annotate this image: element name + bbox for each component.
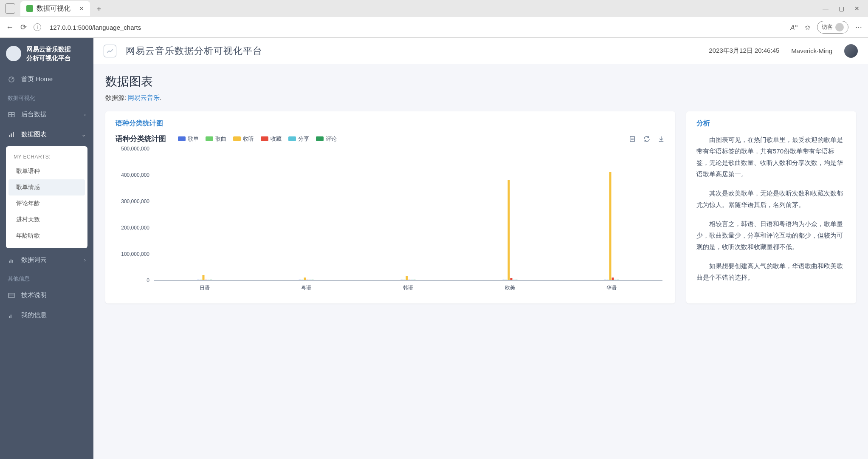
submenu-item-days[interactable]: 进村天数 xyxy=(8,212,85,228)
data-view-button[interactable] xyxy=(628,135,636,143)
datasource-link[interactable]: 网易云音乐 xyxy=(128,94,160,101)
legend-swatch xyxy=(233,136,241,141)
sidebar-section-other: 其他信息 xyxy=(0,270,93,285)
bar[interactable] xyxy=(210,280,212,280)
url-input[interactable] xyxy=(50,24,783,31)
reader-icon[interactable]: A» xyxy=(790,23,798,32)
bar[interactable] xyxy=(515,280,517,280)
bar[interactable] xyxy=(607,280,609,280)
sidebar-item-label: 数据图表 xyxy=(21,130,47,139)
bar[interactable] xyxy=(612,278,614,280)
bar[interactable] xyxy=(309,280,311,280)
window-maximize-button[interactable]: ▢ xyxy=(839,5,844,12)
bar[interactable] xyxy=(205,280,207,280)
tab-close-button[interactable]: ✕ xyxy=(79,5,84,12)
submenu-item-agelisten[interactable]: 年龄听歌 xyxy=(8,228,85,244)
bar[interactable] xyxy=(513,280,515,280)
browser-tab[interactable]: 数据可视化 ✕ xyxy=(20,1,90,16)
sidebar: 网易云音乐数据 分析可视化平台 首页 Home 数据可视化 后台数据 › 数据图… xyxy=(0,38,93,459)
window-minimize-button[interactable]: — xyxy=(823,5,829,12)
x-axis: 日语粤语韩语欧美华语 xyxy=(154,282,662,293)
sidebar-item-wordcloud[interactable]: 数据词云 › xyxy=(0,250,93,270)
sidebar-item-home[interactable]: 首页 Home xyxy=(0,69,93,89)
chart-card-title: 语种分类统计图 xyxy=(116,119,665,128)
tab-title: 数据可视化 xyxy=(37,4,70,13)
back-button[interactable]: ← xyxy=(6,23,14,32)
legend-item[interactable]: 歌曲 xyxy=(206,135,226,143)
bar[interactable] xyxy=(507,180,510,280)
bar[interactable] xyxy=(411,280,413,280)
sidebar-item-backend[interactable]: 后台数据 › xyxy=(0,105,93,125)
bar[interactable] xyxy=(299,280,301,280)
brand-line1: 网易云音乐数据 xyxy=(26,45,71,54)
bar[interactable] xyxy=(197,280,199,280)
more-button[interactable]: ⋯ xyxy=(855,23,862,31)
legend-label: 收藏 xyxy=(271,135,282,143)
sidebar-section-viz: 数据可视化 xyxy=(0,89,93,105)
svg-rect-7 xyxy=(9,261,10,263)
legend-label: 歌单 xyxy=(188,135,199,143)
x-tick: 欧美 xyxy=(505,284,515,292)
bar[interactable] xyxy=(604,280,606,280)
svg-rect-6 xyxy=(13,132,14,137)
legend-item[interactable]: 收听 xyxy=(233,135,254,143)
chart-header: 语种分类统计图 歌单歌曲收听收藏分享评论 xyxy=(116,134,665,144)
new-tab-button[interactable]: ＋ xyxy=(95,3,103,14)
bar[interactable] xyxy=(502,280,504,280)
cloud-icon xyxy=(8,256,15,264)
bar[interactable] xyxy=(302,280,304,280)
tab-overview-button[interactable] xyxy=(5,3,15,14)
bar-group xyxy=(502,180,517,280)
legend-item[interactable]: 收藏 xyxy=(261,135,282,143)
bar[interactable] xyxy=(609,172,612,280)
bar[interactable] xyxy=(409,280,411,280)
chart-title: 语种分类统计图 xyxy=(116,134,166,144)
content: 数据图表 数据源: 网易云音乐. 语种分类统计图 语种分类统计图 歌单歌曲收听收… xyxy=(93,64,868,313)
bar-group xyxy=(299,278,314,280)
sidebar-item-tech[interactable]: 技术说明 xyxy=(0,285,93,305)
legend-item[interactable]: 歌单 xyxy=(178,135,199,143)
refresh-chart-button[interactable] xyxy=(643,135,651,143)
bar[interactable] xyxy=(202,275,204,280)
submenu-item-emotion[interactable]: 歌单情感 xyxy=(8,179,85,196)
guest-profile-button[interactable]: 访客 xyxy=(817,21,848,34)
bar[interactable] xyxy=(312,280,314,280)
refresh-button[interactable]: ⟳ xyxy=(20,23,27,32)
sidebar-item-charts[interactable]: 数据图表 ⌄ xyxy=(0,125,93,144)
bar[interactable] xyxy=(617,280,619,280)
download-chart-button[interactable] xyxy=(657,135,665,143)
sidebar-submenu-charts: MY ECHARTS: 歌单语种 歌单情感 评论年龄 进村天数 年龄听歌 xyxy=(6,146,87,248)
bar[interactable] xyxy=(403,280,406,280)
address-bar: ← ⟳ i A» ✩ 访客 ⋯ xyxy=(0,17,868,37)
legend-item[interactable]: 评论 xyxy=(316,135,337,143)
analysis-card: 分析 由图表可见，在热门歌单里，最受欢迎的歌单是带有华语标签的歌单，共有570份… xyxy=(686,111,856,303)
bar[interactable] xyxy=(406,276,408,280)
svg-rect-13 xyxy=(11,314,11,318)
submenu-item-language[interactable]: 歌单语种 xyxy=(8,163,85,179)
analysis-body: 由图表可见，在热门歌单里，最受欢迎的歌单是带有华语标签的歌单，共有570份歌单带… xyxy=(696,134,846,283)
legend-item[interactable]: 分享 xyxy=(288,135,309,143)
bar[interactable] xyxy=(414,280,416,280)
user-avatar-icon[interactable] xyxy=(844,44,858,58)
bar[interactable] xyxy=(200,280,202,280)
bar[interactable] xyxy=(304,278,306,280)
doc-icon xyxy=(8,292,15,299)
svg-rect-9 xyxy=(12,260,13,263)
svg-rect-12 xyxy=(9,316,10,318)
window-close-button[interactable]: ✕ xyxy=(854,5,860,12)
bar[interactable] xyxy=(401,280,403,280)
favorites-icon[interactable]: ✩ xyxy=(805,23,810,31)
legend-swatch xyxy=(178,136,186,141)
bar[interactable] xyxy=(505,280,507,280)
bar[interactable] xyxy=(510,278,512,280)
bar[interactable] xyxy=(614,280,617,280)
sidebar-item-label: 数据词云 xyxy=(21,256,47,264)
table-icon xyxy=(8,111,15,119)
sidebar-item-myinfo[interactable]: 我的信息 xyxy=(0,305,93,325)
svg-rect-5 xyxy=(11,133,12,137)
trend-icon xyxy=(104,45,116,57)
submenu-item-age[interactable]: 评论年龄 xyxy=(8,196,85,212)
bar[interactable] xyxy=(207,280,209,280)
site-info-icon[interactable]: i xyxy=(34,23,41,31)
bar[interactable] xyxy=(307,280,309,280)
